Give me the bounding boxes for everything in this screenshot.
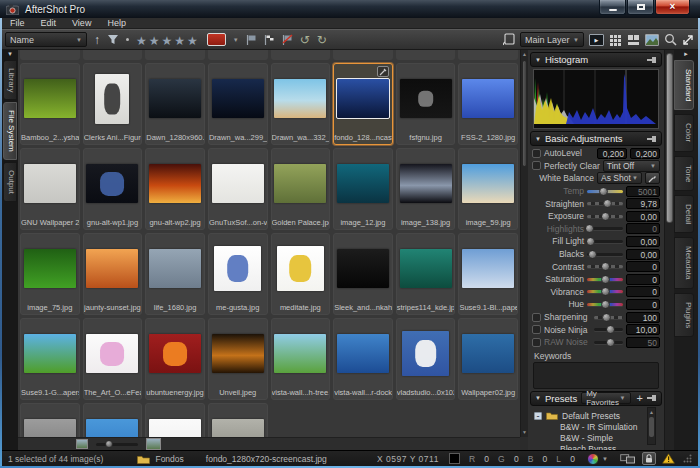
pin-icon[interactable] [647,56,657,64]
exposure-slider[interactable] [587,215,623,218]
grid-scrollbar-thumb[interactable] [522,60,527,167]
tools-tab-plugins[interactable]: Plugins [674,293,694,337]
contrast-slider[interactable] [587,265,623,268]
raw-noise-slider-thumb[interactable] [606,338,615,347]
color-label-chevron-icon[interactable]: ▼ [233,37,239,43]
thumbnail-cell-partial[interactable] [208,50,268,60]
noise-ninja-checkbox[interactable] [532,325,541,334]
slideshow-icon[interactable]: ▶ [589,34,604,46]
temp-value[interactable]: 5001 [626,186,660,197]
thumbnail-cell[interactable]: Suse9.1-Bl...papers.jpg [458,233,518,315]
presets-folder-row[interactable]: - Default Presets [534,410,660,422]
thumbnail-cell-partial[interactable] [271,50,331,60]
hue-value[interactable]: 0 [626,299,660,310]
blacks-slider-thumb[interactable] [588,250,597,259]
flag-icon[interactable] [246,34,257,46]
scroll-up-icon[interactable]: ▲ [648,408,655,417]
thumbnail-cell[interactable]: Sleek_and...nkahn.jpg [333,233,393,315]
hue-slider[interactable] [587,303,623,306]
presets-scrollbar[interactable]: ▲ [647,407,656,445]
resize-grip[interactable] [683,454,692,463]
perfectly-clear-select[interactable]: Tint Off▼ [603,160,660,172]
thumbnail-cell[interactable]: vista-wall...h-tree.jpg [271,318,331,400]
thumbnail-cell[interactable]: life_1680.jpg [145,233,205,315]
collapse-right-icon[interactable]: ▸ [674,50,698,58]
contrast-value[interactable]: 0 [626,261,660,272]
vibrance-value[interactable]: 0 [626,286,660,297]
histogram-header[interactable]: ▼ Histogram [530,52,662,67]
collapse-left-icon[interactable]: ▾ [2,50,18,58]
star-3-icon[interactable]: ★ [162,34,175,48]
menu-item-help[interactable]: Help [99,18,134,29]
thumbnail-cell[interactable]: vladstudio...0x1024.jpg [396,318,456,400]
thumbnail-cell-partial[interactable] [83,50,143,60]
thumbnail-cell[interactable]: Wallpaper02.jpg [458,318,518,400]
temp-slider-thumb[interactable] [599,187,608,196]
thumbnail-cell[interactable]: gnu-alt-wp2.jpg [145,148,205,230]
thumbnail-cell[interactable]: stripes114_kde.jpg [396,233,456,315]
section-collapse-icon[interactable]: ▼ [535,395,541,401]
thumbnail-cell[interactable]: Clerks Ani...Figure.jpg [83,63,143,145]
thumbnail-cell[interactable]: image_75.jpg [20,233,80,315]
preset-item-b-w-simple[interactable]: B&W - Simple [534,433,660,444]
fill-light-value[interactable]: 0,00 [626,236,660,247]
presets-scrollbar-thumb[interactable] [649,417,654,437]
temp-slider[interactable] [587,190,623,193]
highlights-value[interactable]: 0 [626,223,660,234]
sidebar-tab-file-system[interactable]: File System [3,102,17,160]
thumbnail-cell-partial[interactable] [333,50,393,60]
thumbnail-cell[interactable]: Drawn_wa...332_.jpg [271,63,331,145]
thumbnail-cell[interactable]: meditate.jpg [271,233,331,315]
saturation-slider[interactable] [587,278,623,281]
thumbnail-cell[interactable]: ubuntuenergy.jpg [145,318,205,400]
section-collapse-icon[interactable]: ▼ [535,57,541,63]
pin-icon[interactable] [647,135,657,143]
noise-ninja-value[interactable]: 10,00 [626,324,660,335]
thumbnail-cell[interactable]: Dawn_1280x960.jpg [145,63,205,145]
image-preview-icon[interactable] [645,34,659,46]
thumbnail-cell[interactable]: Bamboo_2...ysha.jpg [20,63,80,145]
dual-display-icon[interactable] [620,454,635,464]
thumbnail-cell[interactable] [208,403,268,437]
fullscreen-arrow-icon[interactable] [682,34,694,46]
hue-slider-thumb[interactable] [601,300,610,309]
noise-ninja-slider-thumb[interactable] [606,325,615,334]
maximize-button[interactable] [627,0,654,15]
scroll-down-icon[interactable]: ▼ [521,428,528,437]
thumbnail-cell[interactable]: FSS-2_1280.jpg [458,63,518,145]
star-5-icon[interactable]: ★ [187,34,200,48]
noise-ninja-slider[interactable] [594,328,623,331]
thumbnail-cell[interactable]: fsfgnu.jpg [396,63,456,145]
star-1-icon[interactable]: ★ [136,34,149,48]
thumbnail-cell-partial[interactable] [458,50,518,60]
remove-flag-icon[interactable] [282,34,293,46]
highlights-slider-thumb[interactable] [585,224,594,233]
vibrance-slider[interactable] [587,290,623,293]
thumbnail-cell[interactable]: GnuTuxSof...on-v1.jpg [208,148,268,230]
sharpening-value[interactable]: 100 [626,312,660,323]
menu-item-edit[interactable]: Edit [33,18,65,29]
white-balance-select[interactable]: As Shot▼ [597,172,642,184]
layer-select[interactable]: Main Layer ▼ [520,32,584,47]
thumbnail-cell[interactable]: The_Art_O...eFear.jpg [83,318,143,400]
thumbnail-cell[interactable]: vista-wall...r-dock.jpg [333,318,393,400]
sharpening-checkbox[interactable] [532,313,541,322]
checkered-flag-icon[interactable] [264,34,275,46]
color-wheel-icon[interactable] [587,453,599,465]
autolevel-value-1[interactable]: 0,200 [597,148,627,159]
minimize-button[interactable] [599,0,626,15]
thumbnail-cell[interactable] [83,403,143,437]
thumbnail-cell-partial[interactable] [396,50,456,60]
autolevel-checkbox[interactable] [532,149,541,158]
blacks-value[interactable]: 0,00 [626,249,660,260]
sort-field-select[interactable]: Name ▼ [5,32,87,47]
exposure-slider-thumb[interactable] [601,212,610,221]
magnifier-icon[interactable] [664,33,677,46]
close-button[interactable]: × [655,0,690,15]
raw-noise-slider[interactable] [594,341,623,344]
tools-tab-standard[interactable]: Standard [674,60,694,110]
thumbnail-cell[interactable]: image_138.jpg [396,148,456,230]
chevron-down-icon[interactable]: ▼ [602,456,608,462]
highlights-slider[interactable] [587,227,623,230]
tools-tab-detail[interactable]: Detail [674,195,694,233]
